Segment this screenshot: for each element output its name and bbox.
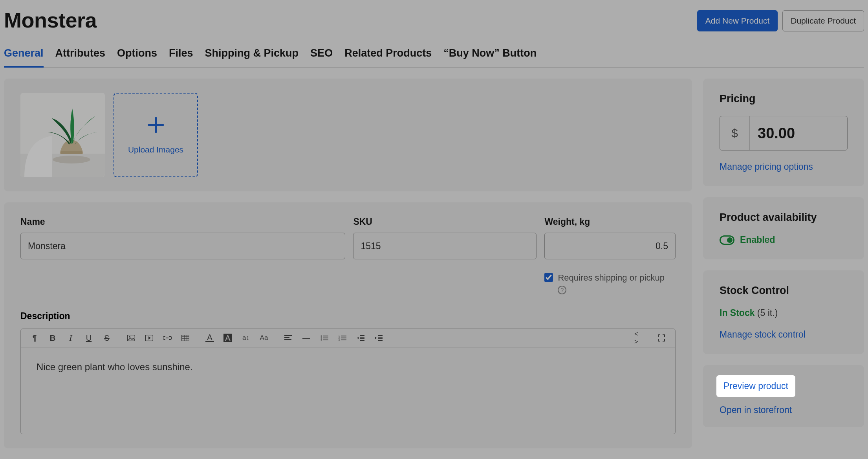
currency-symbol: $	[720, 116, 750, 150]
weight-label: Weight, kg	[544, 217, 676, 227]
image-icon[interactable]	[127, 334, 136, 342]
svg-point-2	[53, 156, 90, 163]
align-icon[interactable]	[284, 334, 293, 342]
name-label: Name	[20, 217, 345, 227]
stock-card: Stock Control In Stock (5 it.) Manage st…	[703, 270, 864, 354]
svg-point-5	[129, 336, 130, 338]
description-editor: ¶ B I U S	[20, 329, 676, 434]
manage-stock-link[interactable]: Manage stock control	[720, 329, 848, 340]
video-icon[interactable]	[145, 334, 154, 342]
open-in-storefront-link[interactable]: Open in storefront	[720, 405, 848, 415]
upload-images-label: Upload Images	[128, 145, 183, 154]
tab-attributes[interactable]: Attributes	[55, 44, 106, 67]
images-card: Upload Images	[4, 79, 692, 191]
number-list-icon[interactable]: 123	[338, 334, 347, 342]
tab-shipping-pickup[interactable]: Shipping & Pickup	[205, 44, 299, 67]
stock-status: In Stock (5 it.)	[720, 308, 848, 318]
bg-color-icon[interactable]: A	[223, 334, 232, 342]
preview-product-link[interactable]: Preview product	[723, 381, 788, 391]
availability-card: Product availability Enabled	[703, 197, 864, 259]
text-case-icon[interactable]: Aa	[260, 334, 268, 342]
plant-image-icon	[20, 93, 105, 177]
tab-related-products[interactable]: Related Products	[344, 44, 432, 67]
availability-title: Product availability	[720, 211, 848, 224]
svg-rect-7	[182, 335, 189, 341]
outdent-icon[interactable]	[356, 334, 365, 342]
description-label: Description	[20, 311, 676, 321]
paragraph-icon[interactable]: ¶	[30, 334, 39, 342]
product-tabs: General Attributes Options Files Shippin…	[4, 44, 864, 68]
duplicate-product-button[interactable]: Duplicate Product	[782, 10, 864, 31]
description-textarea[interactable]: Nice green plant who loves sunshine.	[21, 347, 675, 434]
hr-icon[interactable]: —	[302, 334, 311, 342]
link-icon[interactable]	[163, 334, 172, 342]
product-image-thumbnail[interactable]	[20, 93, 105, 177]
svg-point-8	[320, 336, 322, 337]
bold-icon[interactable]: B	[48, 334, 57, 342]
pricing-title: Pricing	[720, 93, 848, 105]
tab-files[interactable]: Files	[169, 44, 193, 67]
preview-card: Preview product Open in storefront	[703, 365, 864, 427]
name-input[interactable]	[20, 233, 345, 259]
price-value: 30.00	[750, 116, 847, 150]
details-card: Name SKU Weight, kg Requires shipp	[4, 202, 692, 448]
tab-general[interactable]: General	[4, 44, 44, 67]
requires-shipping-checkbox[interactable]	[544, 273, 553, 282]
stock-title: Stock Control	[720, 285, 848, 297]
add-new-product-button[interactable]: Add New Product	[697, 10, 778, 31]
page-title: Monstera	[4, 8, 97, 32]
weight-input[interactable]	[544, 233, 676, 259]
svg-point-10	[320, 340, 322, 341]
enabled-label: Enabled	[740, 235, 775, 245]
sku-input[interactable]	[353, 233, 537, 259]
underline-icon[interactable]: U	[84, 334, 93, 342]
svg-rect-3	[61, 151, 82, 154]
font-color-icon[interactable]: A	[205, 334, 214, 342]
sku-label: SKU	[353, 217, 537, 227]
enabled-toggle[interactable]	[720, 235, 734, 245]
tab-seo[interactable]: SEO	[310, 44, 333, 67]
plus-icon	[147, 116, 165, 134]
italic-icon[interactable]: I	[66, 334, 75, 342]
editor-toolbar: ¶ B I U S	[21, 329, 675, 347]
svg-text:3: 3	[339, 339, 340, 341]
font-size-icon[interactable]: a↕	[242, 334, 250, 342]
strikethrough-icon[interactable]: S	[103, 334, 111, 342]
manage-pricing-link[interactable]: Manage pricing options	[720, 162, 848, 172]
pricing-card: Pricing $ 30.00 Manage pricing options	[703, 79, 864, 186]
upload-images-button[interactable]: Upload Images	[114, 93, 198, 177]
help-icon[interactable]: ?	[558, 286, 566, 294]
fullscreen-icon[interactable]	[657, 334, 666, 342]
tab-buy-now-button[interactable]: “Buy Now” Button	[443, 44, 537, 67]
indent-icon[interactable]	[374, 334, 383, 342]
tab-options[interactable]: Options	[117, 44, 157, 67]
code-view-icon[interactable]: < >	[634, 334, 643, 342]
bullet-list-icon[interactable]	[320, 334, 329, 342]
table-icon[interactable]	[181, 334, 190, 342]
requires-shipping-label: Requires shipping or pickup ?	[558, 272, 676, 295]
price-input[interactable]: $ 30.00	[720, 116, 848, 151]
svg-point-9	[320, 338, 322, 339]
